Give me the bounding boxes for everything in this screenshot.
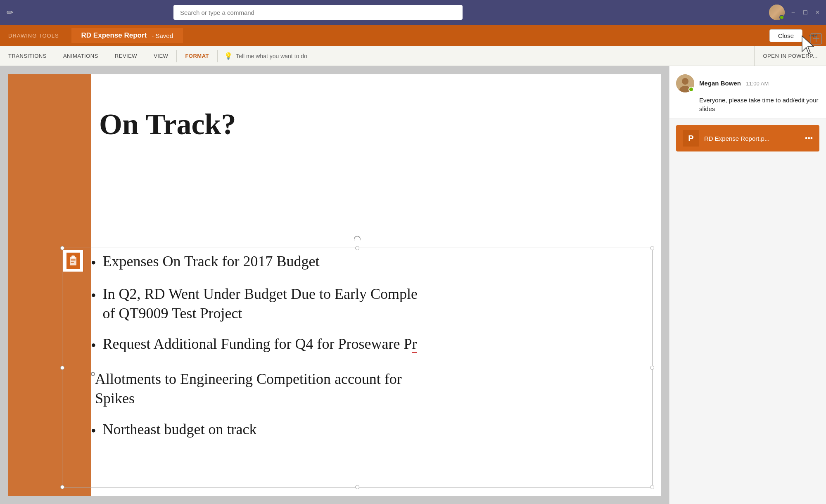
tell-me-text: Tell me what you want to do — [236, 53, 307, 59]
bullet-text-1: Expenses On Track for 2017 Budget — [103, 252, 320, 271]
maximize-button[interactable]: □ — [803, 9, 807, 16]
slide-title: On Track? — [99, 107, 636, 142]
close-button[interactable]: Close — [769, 29, 802, 42]
bullet-item-1: • Expenses On Track for 2017 Budget — [91, 252, 648, 273]
ribbon-bar: TRANSITIONS ANIMATIONS REVIEW VIEW FORMA… — [0, 46, 826, 66]
ppt-filename: RD Expense Report — [81, 31, 147, 40]
file-attachment[interactable]: P RD Expense Report.p... ••• — [676, 125, 819, 151]
handle-top-mid[interactable] — [355, 246, 359, 250]
rotate-handle[interactable] — [353, 234, 362, 244]
handle-top-left[interactable] — [60, 246, 64, 250]
open-in-powerpoint-button[interactable]: OPEN IN POWERP... — [754, 46, 826, 66]
pin-icon-area — [810, 33, 822, 47]
powerpoint-icon: P — [688, 134, 693, 143]
tell-me-area[interactable]: 💡 Tell me what you want to do — [218, 52, 754, 60]
main-content: On Track? — [0, 66, 826, 504]
file-name: RD Expense Report.p... — [704, 135, 800, 142]
handle-bot-mid[interactable] — [355, 485, 359, 489]
bullet-item-5: • Northeast budget on track — [91, 420, 648, 441]
bullet-dot-1: • — [91, 253, 96, 273]
bullet-text-2: In Q2, RD Went Under Budget Due to Early… — [103, 284, 418, 323]
chat-message: Megan Bowen 11:00 AM Everyone, please ta… — [669, 66, 826, 118]
ppt-title-bar: DRAWING TOOLS RD Expense Report - Saved … — [0, 25, 826, 46]
search-input[interactable] — [173, 5, 463, 20]
bullet-dot-2: • — [91, 286, 96, 305]
handle-mid-right[interactable] — [650, 366, 654, 370]
edit-icon[interactable]: ✏ — [7, 7, 14, 17]
handle-mid-left[interactable] — [60, 366, 64, 370]
handle-top-right[interactable] — [650, 246, 654, 250]
handle-bot-right[interactable] — [650, 485, 654, 489]
slide[interactable]: On Track? — [8, 74, 661, 496]
slide-area: On Track? — [0, 66, 669, 504]
file-more-options[interactable]: ••• — [805, 134, 813, 143]
search-container — [173, 5, 463, 20]
slide-content: On Track? — [8, 74, 661, 496]
title-bar-right: − □ × — [769, 5, 819, 20]
user-avatar-container — [769, 5, 785, 20]
bullet-circle-4 — [91, 372, 95, 376]
bullet-item-3: • Request Additional Funding for Q4 for … — [91, 334, 648, 355]
bullet-item-4: Allotments to Engineering Competition ac… — [91, 367, 648, 408]
tab-format[interactable]: FORMAT — [177, 46, 217, 66]
bullet-list: • Expenses On Track for 2017 Budget • In… — [91, 252, 648, 452]
ppt-left: DRAWING TOOLS RD Expense Report - Saved — [8, 28, 769, 43]
bullet-text-5: Northeast budget on track — [103, 420, 257, 439]
bullet-text-4: Allotments to Engineering Competition ac… — [95, 369, 402, 408]
chat-sender-name: Megan Bowen — [699, 80, 741, 87]
tab-view[interactable]: VIEW — [145, 46, 176, 66]
svg-point-6 — [682, 78, 688, 85]
chat-timestamp: 11:00 AM — [746, 80, 769, 87]
chat-message-text: Everyone, please take time to add/edit y… — [676, 96, 819, 113]
chat-header: Megan Bowen 11:00 AM — [676, 74, 819, 92]
right-panel: Megan Bowen 11:00 AM Everyone, please ta… — [669, 66, 826, 504]
lightbulb-icon: 💡 — [224, 52, 233, 60]
ribbon-tabs: TRANSITIONS ANIMATIONS REVIEW VIEW FORMA… — [0, 46, 217, 66]
handle-bot-left[interactable] — [60, 485, 64, 489]
tab-review[interactable]: REVIEW — [107, 46, 145, 66]
drawing-tools-label: DRAWING TOOLS — [8, 33, 59, 39]
avatar-status — [779, 15, 784, 20]
bullet-item-2: • In Q2, RD Went Under Budget Due to Ear… — [91, 284, 648, 323]
tab-transitions[interactable]: TRANSITIONS — [0, 46, 55, 66]
bullet-dot-5: • — [91, 421, 96, 441]
chat-sender-info: Megan Bowen 11:00 AM — [699, 80, 769, 87]
teams-title-bar: ✏ − □ × — [0, 0, 826, 25]
tab-animations[interactable]: ANIMATIONS — [55, 46, 107, 66]
close-window-button[interactable]: × — [816, 9, 819, 16]
bullet-dot-3: • — [91, 336, 96, 355]
chat-avatar-status — [688, 87, 694, 92]
file-icon: P — [683, 130, 699, 147]
window-controls: − □ × — [791, 9, 819, 16]
ppt-filename-area: RD Expense Report - Saved — [71, 28, 183, 43]
bullet-text-3: Request Additional Funding for Q4 for Pr… — [103, 334, 417, 354]
pin-icon — [810, 33, 822, 45]
minimize-button[interactable]: − — [791, 9, 795, 16]
ppt-saved-status: - Saved — [152, 32, 173, 39]
